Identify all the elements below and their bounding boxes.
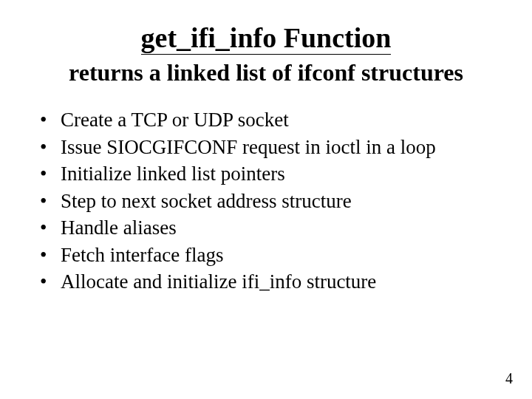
list-item: Create a TCP or UDP socket <box>34 106 495 133</box>
list-item: Handle aliases <box>34 214 495 241</box>
bullet-list: Create a TCP or UDP socket Issue SIOCGIF… <box>30 106 502 295</box>
list-item: Step to next socket address structure <box>34 188 495 214</box>
list-item: Initialize linked list pointers <box>34 160 495 187</box>
page-number: 4 <box>505 370 513 387</box>
slide: get_ifi_info Function returns a linked l… <box>0 0 532 399</box>
slide-title: get_ifi_info Function <box>30 22 502 55</box>
list-item: Fetch interface flags <box>34 242 495 268</box>
slide-subtitle: returns a linked list of ifconf structur… <box>30 59 502 86</box>
slide-title-text: get_ifi_info Function <box>141 22 392 55</box>
list-item: Issue SIOCGIFCONF request in ioctl in a … <box>34 134 495 160</box>
list-item: Allocate and initialize ifi_info structu… <box>34 268 495 295</box>
